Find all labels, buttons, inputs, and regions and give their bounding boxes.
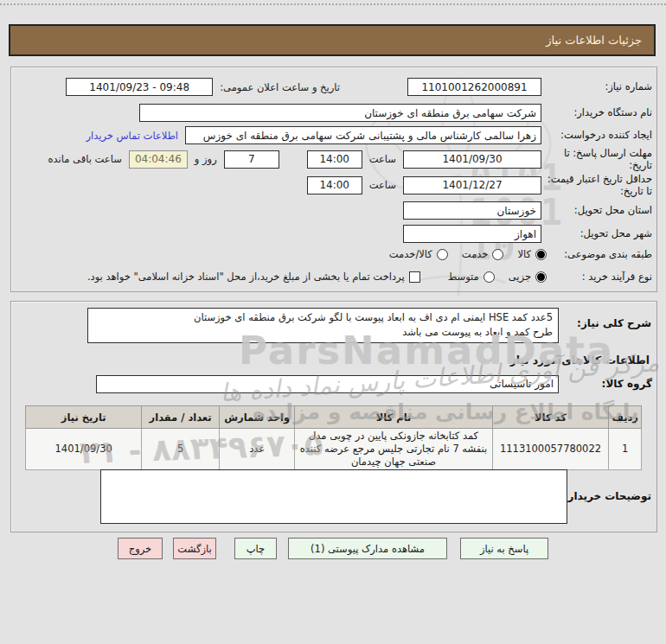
reply-deadline-time-field[interactable]: 14:00 [307, 150, 362, 169]
need-details-page: { "title_bar": { "text": "جزئیات اطلاعات… [0, 0, 666, 644]
province-label: استان محل تحویل: [547, 204, 652, 216]
col-row-no: ردیف [609, 406, 642, 429]
cell-quantity: 5 [142, 429, 219, 470]
reply-deadline-label: مهلت ارسال پاسخ: تا تاریخ: [547, 147, 652, 172]
need-number-field[interactable]: 1101001262000891 [407, 78, 541, 96]
days-label: روز و [195, 153, 217, 165]
col-need-date: تاریخ نیاز [26, 406, 142, 429]
description-field[interactable]: 5عدد کمد HSE ایمنی ام دی اف به ابعاد پیو… [87, 308, 559, 343]
description-line-1: 5عدد کمد HSE ایمنی ام دی اف به ابعاد پیو… [93, 310, 553, 325]
need-number-label: شماره نیاز: [547, 80, 652, 92]
radio-goods-label: کالا [517, 248, 531, 260]
col-unit: واحد شمارش [219, 406, 295, 429]
col-quantity: تعداد / مقدار [142, 406, 219, 429]
radio-goods[interactable] [535, 249, 547, 260]
price-validity-time-field[interactable]: 14:00 [307, 176, 362, 194]
buyer-notes-field[interactable] [100, 469, 567, 524]
print-button[interactable]: چاپ [234, 538, 277, 559]
countdown-timer: 04:04:46 [129, 150, 188, 169]
radio-goods-service-label: کالا/خدمت [389, 248, 432, 260]
city-field[interactable]: اهواز [403, 225, 541, 243]
exit-button[interactable]: خروج [118, 538, 163, 559]
purchase-process-label: نوع فرآیند خرید : [547, 271, 652, 283]
reply-to-need-button[interactable]: پاسخ به نیاز [460, 538, 548, 559]
reply-deadline-date-field[interactable]: 1401/09/30 [403, 150, 541, 169]
description-label: شرح کلی نیاز: [577, 317, 651, 329]
need-description-panel: شرح کلی نیاز: 5عدد کمد HSE ایمنی ام دی ا… [10, 301, 657, 532]
cell-need-date: 1401/09/30 [26, 429, 142, 470]
price-validity-label: حداقل تاریخ اعتبار قیمت: تا تاریخ: [547, 173, 652, 198]
goods-table: ردیف کد کالا نام کالا واحد شمارش تعداد /… [25, 405, 642, 470]
cell-unit: عدد [219, 429, 295, 470]
reply-deadline-hour-label: ساعت [369, 153, 396, 165]
col-item-name: نام کالا [295, 406, 492, 429]
radio-service-label: خدمت [462, 248, 489, 260]
cell-item-name: کمد کتابخانه جازونکی پایین در چوبی مدل ب… [295, 429, 492, 470]
province-field[interactable]: خوزستان [403, 201, 541, 220]
radio-partial-label: جزیی [509, 271, 531, 283]
buyer-contact-link[interactable]: اطلاعات تماس خریدار [86, 130, 178, 142]
classification-label: طبقه بندی موضوعی: [547, 248, 652, 260]
cell-row-no: 1 [609, 429, 642, 470]
goods-table-header-row: ردیف کد کالا نام کالا واحد شمارش تعداد /… [26, 406, 642, 429]
radio-medium[interactable] [483, 271, 495, 283]
col-item-code: کد کالا [492, 406, 609, 429]
radio-goods-service[interactable] [437, 249, 448, 260]
hours-remaining-label: ساعت باقی مانده [48, 153, 122, 165]
price-validity-date-field[interactable]: 1401/12/27 [403, 176, 541, 194]
description-line-2: طرح کمد و ابعاد به پیوست می باشد [93, 325, 553, 340]
view-attachments-button[interactable]: مشاهده مدارک پیوستی (1) [288, 538, 447, 559]
radio-partial[interactable] [535, 271, 547, 283]
radio-service[interactable] [492, 249, 503, 260]
treasury-checkbox-label: پرداخت تمام یا بخشی از مبلغ خرید،از محل … [87, 271, 405, 283]
days-remaining-field: 7 [224, 150, 279, 169]
table-row: 1 1113100057780022 کمد کتابخانه جازونکی … [26, 429, 642, 470]
city-label: شهر محل تحویل: [547, 227, 652, 239]
back-button[interactable]: بازگشت [173, 538, 216, 559]
title-bar: جزئیات اطلاعات نیاز [9, 24, 656, 56]
goods-group-label: گروه کالا: [559, 378, 652, 391]
goods-info-heading: اطلاعات کالاهای مورد نیاز [510, 354, 650, 367]
treasury-checkbox[interactable] [409, 271, 420, 283]
request-creator-field[interactable]: زهرا سالمی کارشناس مالی و پشتیبانی شرکت … [185, 126, 541, 144]
buyer-notes-label: توضیحات خریدار: [564, 490, 651, 502]
cell-item-code: 1113100057780022 [492, 429, 609, 470]
page-top-perforation [0, 3, 666, 5]
announcement-label: تاریخ و ساعت اعلان عمومی: [220, 81, 340, 93]
page-title: جزئیات اطلاعات نیاز [546, 34, 642, 47]
price-validity-hour-label: ساعت [369, 179, 396, 191]
buyer-org-field[interactable]: شرکت سهامی برق منطقه ای خوزستان [139, 104, 541, 122]
announcement-datetime-field[interactable]: 1401/09/23 - 09:48 [66, 78, 213, 96]
buyer-org-label: نام دستگاه خریدار: [547, 106, 652, 118]
goods-group-field[interactable]: امور تاسیساتی [96, 375, 559, 393]
request-creator-label: ایجاد کننده درخواست: [547, 129, 652, 141]
radio-medium-label: متوسط [448, 271, 479, 283]
need-info-panel: شماره نیاز: 1101001262000891 تاریخ و ساع… [10, 67, 657, 292]
